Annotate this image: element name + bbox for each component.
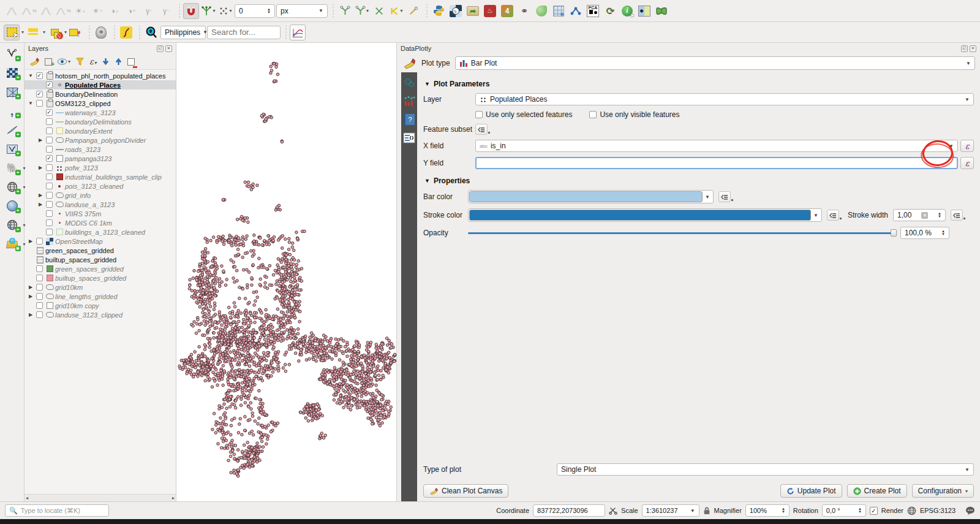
- layer-tree-item[interactable]: industrial_buildings_sample_clip: [24, 172, 176, 181]
- layer-visibility-checkbox[interactable]: ✓: [46, 155, 53, 162]
- y-field-expression-button[interactable]: ε: [960, 157, 974, 169]
- magnifier-spinbox[interactable]: 100%▲▼: [745, 504, 790, 517]
- expander-icon[interactable]: ▶: [27, 238, 34, 244]
- layer-visibility-checkbox[interactable]: [46, 127, 53, 134]
- layer-visibility-checkbox[interactable]: [46, 229, 53, 235]
- python-console-icon[interactable]: [431, 3, 447, 19]
- vertex-tool-icon[interactable]: [337, 3, 353, 19]
- coordinate-input[interactable]: 837722,2073096: [533, 504, 605, 517]
- layer-tree-item[interactable]: ▶landuse_a_3123: [24, 200, 176, 209]
- layer-visibility-checkbox[interactable]: [46, 210, 53, 217]
- open-layer-styling-icon[interactable]: [29, 57, 40, 66]
- add-virtual-layer-icon[interactable]: +: [3, 142, 21, 156]
- time-manager-icon[interactable]: ◷: [448, 3, 464, 19]
- add-raster-layer-icon[interactable]: +: [3, 66, 21, 80]
- collapse-all-icon[interactable]: [115, 58, 123, 66]
- select-by-location-button[interactable]: 📍: [68, 25, 84, 40]
- expander-icon[interactable]: ▶: [37, 202, 44, 207]
- remove-layer-icon[interactable]: [127, 58, 135, 66]
- bar-color-button[interactable]: ▼: [468, 190, 714, 203]
- boundary-delineation-icon[interactable]: ☸: [93, 25, 109, 40]
- swap-layers-icon[interactable]: ⟳: [602, 3, 618, 19]
- x-field-expression-button[interactable]: ε: [960, 140, 974, 152]
- identify-info-icon[interactable]: i➤: [619, 3, 635, 19]
- layer-visibility-checkbox[interactable]: [36, 265, 43, 272]
- undock-panel-icon[interactable]: ◱: [157, 45, 164, 52]
- update-plot-button[interactable]: Update Plot: [780, 484, 842, 498]
- layer-visibility-checkbox[interactable]: [46, 118, 53, 125]
- scale-combo[interactable]: 1:3610237▼: [642, 504, 699, 517]
- add-group-icon[interactable]: +: [45, 58, 52, 66]
- undock-panel-icon[interactable]: ◱: [961, 45, 968, 52]
- stroke-width-spinbox[interactable]: 1,00 ✕ ▲▼: [893, 209, 946, 221]
- select-features-button[interactable]: ➤: [4, 25, 20, 40]
- y-field-input[interactable]: [475, 157, 958, 169]
- layer-tree-item[interactable]: ✓pampanga3123: [24, 154, 176, 163]
- expander-icon[interactable]: ▶: [37, 165, 44, 170]
- scroll-right-icon[interactable]: ▸: [172, 495, 175, 501]
- increase-brightness-icon[interactable]: ☀▵: [72, 3, 88, 19]
- use-visible-features-checkbox[interactable]: Use only visible features: [589, 110, 679, 119]
- layer-visibility-checkbox[interactable]: [46, 164, 53, 171]
- expander-icon[interactable]: ▶: [27, 294, 34, 299]
- full-histogram-stretch-icon[interactable]: ⇆: [21, 3, 37, 19]
- layer-visibility-checkbox[interactable]: [46, 173, 53, 180]
- layer-tree-item[interactable]: ▶pofw_3123: [24, 163, 176, 172]
- log-messages-icon[interactable]: [965, 506, 975, 515]
- layer-visibility-checkbox[interactable]: [46, 201, 53, 208]
- filter-legend-by-expression-icon[interactable]: ε▾: [89, 57, 97, 66]
- expander-icon[interactable]: ▼: [27, 101, 34, 106]
- layer-tree-item[interactable]: ▶line_lengths_gridded: [24, 292, 176, 301]
- networks-plugin-icon[interactable]: [568, 3, 584, 19]
- layer-visibility-checkbox[interactable]: [36, 238, 43, 245]
- select-features-dropdown[interactable]: ▾: [21, 29, 24, 35]
- map-canvas[interactable]: [176, 43, 397, 501]
- layer-tree-item[interactable]: boundaryDelimitations: [24, 117, 176, 126]
- select-by-form-dropdown[interactable]: ▾: [43, 29, 45, 35]
- layer-visibility-checkbox[interactable]: ✓: [46, 82, 53, 88]
- use-selected-features-checkbox[interactable]: Use only selected features: [475, 110, 572, 119]
- code-export-tab[interactable]: [402, 131, 416, 145]
- feature-subset-override-button[interactable]: [475, 124, 488, 135]
- layer-visibility-checkbox[interactable]: [46, 137, 53, 143]
- decrease-gamma-icon[interactable]: γ▫: [158, 3, 174, 19]
- local-histogram-stretch-icon[interactable]: [4, 3, 20, 19]
- expander-icon[interactable]: ▶: [37, 192, 44, 198]
- layer-tree-item[interactable]: ▼OSM3123_clipped: [24, 99, 176, 108]
- layer-tree-item[interactable]: ▶grid_info: [24, 191, 176, 200]
- create-plot-button[interactable]: Create Plot: [847, 484, 907, 498]
- layer-tree-item[interactable]: ✓Populated Places: [24, 80, 176, 89]
- opacity-spinbox[interactable]: 100,0 % ▲▼: [900, 227, 949, 239]
- close-panel-icon[interactable]: ✕: [970, 45, 976, 52]
- gazetteer-combo[interactable]: Philippines▼: [160, 26, 206, 39]
- layer-tree-item[interactable]: builtup_spaces_gridded: [24, 255, 176, 264]
- layer-tree-item[interactable]: ✓waterways_3123: [24, 108, 176, 117]
- render-checkbox[interactable]: ✓: [870, 507, 878, 515]
- help-tab[interactable]: ?: [402, 113, 416, 126]
- layer-tree-item[interactable]: green_spaces_gridded: [24, 264, 176, 273]
- add-wfs-layer-icon[interactable]: V+▾: [3, 218, 21, 232]
- layers-horizontal-scrollbar[interactable]: ◂▸: [24, 494, 176, 501]
- add-spatialite-layer-icon[interactable]: +▾: [3, 180, 21, 194]
- layer-visibility-checkbox[interactable]: ✓: [46, 109, 53, 116]
- decrease-contrast-icon[interactable]: ◑▿: [124, 3, 140, 19]
- clean-plot-canvas-button[interactable]: Clean Plot Canvas: [423, 484, 508, 498]
- plot-parameters-section-header[interactable]: ▼ Plot Parameters: [424, 80, 974, 88]
- plot-customization-tab[interactable]: [402, 94, 416, 108]
- filter-legend-icon[interactable]: [75, 57, 85, 66]
- new-vector-layer-icon[interactable]: +: [3, 47, 21, 61]
- vertex-tool-active-layer-icon[interactable]: ▾: [354, 3, 370, 19]
- snap-unit-combo[interactable]: px▼: [276, 4, 328, 18]
- layer-tree-item[interactable]: grid10km copy: [24, 301, 176, 310]
- dsg-tools-icon[interactable]: 4: [499, 3, 515, 19]
- layer-visibility-checkbox[interactable]: [46, 219, 53, 226]
- expander-icon[interactable]: ▶: [37, 137, 44, 143]
- add-geopackage-layer-icon[interactable]: 🌐✳▾: [3, 237, 21, 251]
- topological-editing-button[interactable]: ▾: [200, 3, 216, 19]
- layer-tree-item[interactable]: builtup_spaces_gridded: [24, 273, 176, 283]
- deselect-features-button[interactable]: ⃠: [47, 25, 62, 40]
- rotation-spinbox[interactable]: 0,0 °▲▼: [822, 504, 866, 517]
- layer-tree-item[interactable]: ✓BoundaryDelineation: [24, 89, 176, 99]
- layer-tree-item[interactable]: MODIS C6 1km: [24, 218, 176, 227]
- layer-visibility-checkbox[interactable]: [46, 183, 53, 189]
